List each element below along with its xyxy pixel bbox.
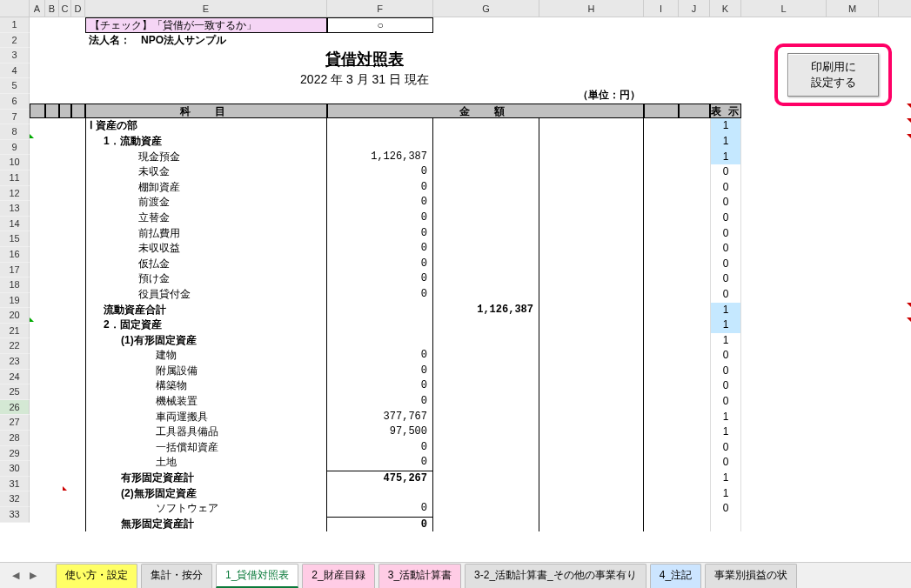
amount-f[interactable]: 0 bbox=[327, 440, 433, 456]
col-header-D[interactable]: D bbox=[71, 0, 85, 17]
amount-g[interactable] bbox=[433, 394, 539, 410]
display-flag[interactable]: 0 bbox=[710, 241, 741, 257]
amount-g[interactable] bbox=[433, 317, 539, 333]
display-flag[interactable] bbox=[710, 517, 741, 532]
display-flag[interactable]: 0 bbox=[710, 440, 741, 456]
amount-f[interactable] bbox=[327, 333, 433, 349]
col-header-A[interactable]: A bbox=[30, 0, 45, 17]
amount-f[interactable]: 0 bbox=[327, 287, 433, 303]
row-header-4[interactable]: 4 bbox=[0, 63, 30, 79]
sheet-tab[interactable]: 3_活動計算書 bbox=[378, 564, 461, 588]
amount-g[interactable] bbox=[433, 210, 539, 226]
row-header-5[interactable]: 5 bbox=[0, 78, 30, 94]
display-flag[interactable]: 1 bbox=[710, 410, 741, 425]
amount-f[interactable]: 475,267 bbox=[327, 471, 433, 486]
amount-f[interactable]: 0 bbox=[327, 257, 433, 272]
display-flag[interactable]: 1 bbox=[710, 150, 741, 165]
amount-f[interactable] bbox=[327, 118, 433, 134]
amount-f[interactable] bbox=[327, 134, 433, 150]
row-header-19[interactable]: 19 bbox=[0, 293, 30, 309]
col-header-C[interactable]: C bbox=[59, 0, 71, 17]
display-flag[interactable]: 0 bbox=[710, 226, 741, 242]
account-label[interactable]: 流動資産合計 bbox=[85, 303, 327, 318]
col-header-B[interactable]: B bbox=[45, 0, 59, 17]
row-header-32[interactable]: 32 bbox=[0, 491, 30, 507]
amount-g[interactable]: 1,126,387 bbox=[433, 303, 539, 318]
amount-f[interactable] bbox=[327, 486, 433, 502]
amount-f[interactable]: 0 bbox=[327, 164, 433, 180]
account-label[interactable]: 機械装置 bbox=[85, 394, 327, 410]
display-flag[interactable]: 1 bbox=[710, 303, 741, 318]
row-header-9[interactable]: 9 bbox=[0, 140, 30, 156]
amount-f[interactable]: 0 bbox=[327, 226, 433, 242]
amount-f[interactable] bbox=[327, 303, 433, 318]
row-header-10[interactable]: 10 bbox=[0, 155, 30, 170]
col-header-H[interactable]: H bbox=[539, 0, 644, 17]
account-label[interactable]: 棚卸資産 bbox=[85, 180, 327, 196]
display-flag[interactable]: 1 bbox=[710, 471, 741, 486]
amount-g[interactable] bbox=[433, 257, 539, 272]
row-header-12[interactable]: 12 bbox=[0, 186, 30, 202]
row-header-17[interactable]: 17 bbox=[0, 263, 30, 278]
amount-f[interactable]: 0 bbox=[327, 517, 433, 532]
tab-nav-next-icon[interactable]: ▶ bbox=[24, 567, 42, 585]
row-header-25[interactable]: 25 bbox=[0, 384, 30, 400]
sheet-tab[interactable]: 4_注記 bbox=[650, 564, 701, 588]
account-label[interactable]: 立替金 bbox=[85, 210, 327, 226]
amount-f[interactable]: 0 bbox=[327, 195, 433, 210]
account-label[interactable]: 役員貸付金 bbox=[85, 287, 327, 303]
display-flag[interactable]: 1 bbox=[710, 424, 741, 440]
sheet-tab[interactable]: 3-2_活動計算書_その他の事業有り bbox=[465, 564, 646, 588]
amount-g[interactable] bbox=[433, 501, 539, 517]
amount-g[interactable] bbox=[433, 226, 539, 242]
account-label[interactable]: 車両運搬具 bbox=[85, 410, 327, 425]
row-header-13[interactable]: 13 bbox=[0, 201, 30, 217]
account-label[interactable]: 現金預金 bbox=[85, 150, 327, 165]
account-label[interactable]: ソフトウェア bbox=[85, 501, 327, 517]
display-flag[interactable]: 0 bbox=[710, 378, 741, 394]
amount-f[interactable]: 0 bbox=[327, 455, 433, 471]
amount-g[interactable] bbox=[433, 195, 539, 210]
display-flag[interactable]: 1 bbox=[710, 134, 741, 150]
amount-f[interactable]: 1,126,387 bbox=[327, 150, 433, 165]
amount-g[interactable] bbox=[433, 333, 539, 349]
amount-f[interactable]: 0 bbox=[327, 241, 433, 257]
account-label[interactable]: 未収金 bbox=[85, 164, 327, 180]
account-label[interactable]: 附属設備 bbox=[85, 364, 327, 379]
account-label[interactable]: 前払費用 bbox=[85, 226, 327, 242]
display-flag[interactable]: 0 bbox=[710, 210, 741, 226]
sheet-tab[interactable]: 集計・按分 bbox=[141, 564, 212, 588]
display-flag[interactable]: 0 bbox=[710, 348, 741, 364]
amount-f[interactable]: 0 bbox=[327, 394, 433, 410]
sheet-tab[interactable]: 使い方・設定 bbox=[56, 564, 137, 588]
amount-g[interactable] bbox=[433, 348, 539, 364]
amount-g[interactable] bbox=[433, 134, 539, 150]
amount-g[interactable] bbox=[433, 271, 539, 287]
row-header-28[interactable]: 28 bbox=[0, 431, 30, 446]
col-header-F[interactable]: F bbox=[327, 0, 433, 17]
col-header-G[interactable]: G bbox=[433, 0, 539, 17]
account-label[interactable]: 一括償却資産 bbox=[85, 440, 327, 456]
amount-g[interactable] bbox=[433, 440, 539, 456]
amount-f[interactable]: 0 bbox=[327, 378, 433, 394]
amount-f[interactable]: 0 bbox=[327, 210, 433, 226]
display-flag[interactable]: 0 bbox=[710, 364, 741, 379]
amount-f[interactable]: 0 bbox=[327, 348, 433, 364]
amount-f[interactable] bbox=[327, 317, 433, 333]
row-header-8[interactable]: 8 bbox=[0, 124, 30, 140]
row-header-7[interactable]: 7 bbox=[0, 110, 30, 125]
display-flag[interactable]: 0 bbox=[710, 180, 741, 196]
amount-f[interactable]: 0 bbox=[327, 364, 433, 379]
account-label[interactable]: (1)有形固定資産 bbox=[85, 333, 327, 349]
row-header-29[interactable]: 29 bbox=[0, 446, 30, 462]
account-label[interactable]: 工具器具備品 bbox=[85, 424, 327, 440]
account-label[interactable]: 構築物 bbox=[85, 378, 327, 394]
display-flag[interactable]: 0 bbox=[710, 287, 741, 303]
account-label[interactable]: 無形固定資産計 bbox=[85, 517, 327, 532]
amount-g[interactable] bbox=[433, 378, 539, 394]
tab-nav-prev-icon[interactable]: ◀ bbox=[7, 567, 24, 585]
account-label[interactable]: 前渡金 bbox=[85, 195, 327, 210]
amount-f[interactable]: 377,767 bbox=[327, 410, 433, 425]
col-header-J[interactable]: J bbox=[679, 0, 710, 17]
display-flag[interactable]: 0 bbox=[710, 195, 741, 210]
